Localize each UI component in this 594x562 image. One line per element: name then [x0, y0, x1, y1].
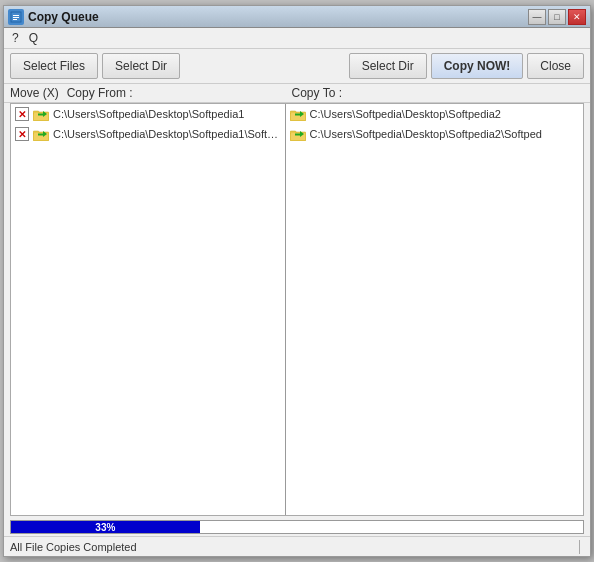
- progress-bar-container: 33%: [10, 520, 584, 534]
- status-divider: [579, 540, 580, 554]
- status-bar: All File Copies Completed: [4, 536, 590, 556]
- column-headers: Move (X) Copy From : Copy To :: [4, 84, 590, 103]
- menu-item-q[interactable]: Q: [25, 30, 42, 46]
- minimize-button[interactable]: —: [528, 9, 546, 25]
- left-panel: ✕ C:\Users\Softpedia\Desktop\Softpedia1 …: [11, 104, 286, 515]
- svg-rect-13: [38, 133, 43, 135]
- title-bar-buttons: — □ ✕: [528, 9, 586, 25]
- progress-area: 33%: [4, 516, 590, 536]
- move-col-label: Move (X): [10, 86, 59, 100]
- select-files-button[interactable]: Select Files: [10, 53, 98, 79]
- menu-item-help[interactable]: ?: [8, 30, 23, 46]
- main-content: ✕ C:\Users\Softpedia\Desktop\Softpedia1 …: [10, 103, 584, 516]
- progress-text: 33%: [95, 522, 115, 533]
- table-row[interactable]: ✕ C:\Users\Softpedia\Desktop\Softpedia1: [11, 104, 285, 124]
- move-checkbox-2[interactable]: ✕: [15, 127, 29, 141]
- file-path-2: C:\Users\Softpedia\Desktop\Softpedia1\So…: [53, 128, 281, 140]
- table-row: C:\Users\Softpedia\Desktop\Softpedia2\So…: [286, 124, 583, 144]
- svg-rect-23: [295, 133, 300, 135]
- file-path-1: C:\Users\Softpedia\Desktop\Softpedia1: [53, 108, 244, 120]
- copy-to-col-label: Copy To :: [292, 86, 342, 100]
- main-window: Copy Queue — □ ✕ ? Q Select Files Select…: [3, 5, 591, 557]
- folder-icon-1: [33, 107, 49, 121]
- dest-folder-icon-1: [290, 107, 306, 121]
- close-button[interactable]: Close: [527, 53, 584, 79]
- left-col-headers: Move (X) Copy From :: [10, 86, 286, 100]
- toolbar: Select Files Select Dir Select Dir Copy …: [4, 49, 590, 84]
- status-left-text: All File Copies Completed: [10, 541, 575, 553]
- copy-now-button[interactable]: Copy NOW!: [431, 53, 524, 79]
- dest-path-1: C:\Users\Softpedia\Desktop\Softpedia2: [310, 108, 501, 120]
- close-window-button[interactable]: ✕: [568, 9, 586, 25]
- copy-from-col-label: Copy From :: [67, 86, 133, 100]
- maximize-button[interactable]: □: [548, 9, 566, 25]
- dest-path-2: C:\Users\Softpedia\Desktop\Softpedia2\So…: [310, 128, 542, 140]
- select-dir-right-button[interactable]: Select Dir: [349, 53, 427, 79]
- folder-icon-2: [33, 127, 49, 141]
- progress-bar-fill: 33%: [11, 521, 200, 533]
- title-bar: Copy Queue — □ ✕: [4, 6, 590, 28]
- svg-rect-18: [295, 113, 300, 115]
- table-row: C:\Users\Softpedia\Desktop\Softpedia2: [286, 104, 583, 124]
- menu-bar: ? Q: [4, 28, 590, 49]
- right-col-header: Copy To :: [286, 86, 584, 100]
- right-panel: C:\Users\Softpedia\Desktop\Softpedia2 C:…: [286, 104, 583, 515]
- svg-rect-1: [13, 15, 19, 16]
- svg-rect-2: [13, 17, 19, 18]
- table-row[interactable]: ✕ C:\Users\Softpedia\Desktop\Softpedia1\…: [11, 124, 285, 144]
- app-icon: [8, 9, 24, 25]
- svg-rect-3: [13, 19, 17, 20]
- dest-folder-icon-2: [290, 127, 306, 141]
- svg-rect-8: [38, 113, 43, 115]
- window-title: Copy Queue: [28, 10, 528, 24]
- select-dir-left-button[interactable]: Select Dir: [102, 53, 180, 79]
- move-checkbox-1[interactable]: ✕: [15, 107, 29, 121]
